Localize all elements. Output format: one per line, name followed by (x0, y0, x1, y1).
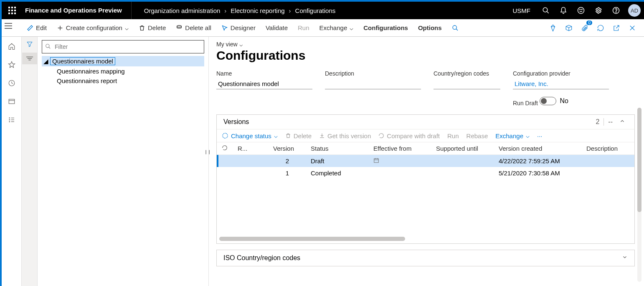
validate-button[interactable]: Validate (261, 19, 293, 37)
action-box-button[interactable] (562, 21, 576, 35)
tree-node-root[interactable]: ◢ Questionnaires model (42, 56, 204, 66)
chevron-down-icon: ⌵ (526, 132, 530, 139)
change-status-label: Change status (231, 132, 271, 139)
svg-point-11 (578, 8, 584, 14)
svg-point-22 (177, 25, 182, 27)
command-search[interactable] (447, 19, 464, 37)
breadcrumb-item-0[interactable]: Organization administration (144, 7, 221, 14)
delete-all-button[interactable]: Delete all (171, 19, 216, 37)
delete-label: Delete (148, 24, 166, 31)
splitter-handle[interactable]: ❙❙ (206, 145, 209, 158)
view-selector[interactable]: My view⌵ (216, 41, 635, 48)
more-button[interactable]: ··· (537, 132, 543, 139)
col-version[interactable]: Version (268, 142, 306, 155)
rail-modules[interactable] (2, 114, 22, 126)
filter-funnel-button[interactable] (22, 39, 37, 49)
change-status-button[interactable]: Change status ⌵ (222, 132, 278, 139)
popout-button[interactable] (610, 21, 623, 35)
rundraft-toggle[interactable] (540, 97, 556, 105)
action-diamond-button[interactable] (546, 21, 560, 35)
designer-button[interactable]: Designer (216, 19, 261, 37)
breadcrumb-item-1[interactable]: Electronic reporting (231, 7, 284, 14)
app-title: Finance and Operations Preview (23, 2, 132, 19)
refresh-icon[interactable] (222, 145, 228, 151)
notifications-button[interactable] (555, 2, 572, 19)
create-configuration-button[interactable]: Create configuration ⌵ (52, 19, 134, 37)
cell-status: Draft (306, 155, 368, 167)
star-icon (8, 61, 15, 68)
settings-button[interactable] (590, 2, 607, 19)
refresh-button[interactable] (594, 21, 607, 35)
cell-effective[interactable] (368, 155, 431, 167)
company-code[interactable]: USMF (506, 7, 538, 14)
trash-icon (139, 25, 145, 31)
country-field[interactable] (434, 78, 500, 89)
get-version-label: Get this version (327, 132, 371, 139)
view-label: My view (216, 41, 238, 48)
cell-effective (368, 167, 431, 179)
user-avatar[interactable]: AD (628, 4, 641, 17)
tree-node-mapping[interactable]: Questionnaires mapping (42, 66, 204, 76)
svg-point-14 (598, 10, 600, 12)
rail-workspaces[interactable] (2, 95, 22, 108)
tree-node-report[interactable]: Questionnaires report (42, 76, 204, 86)
col-supported[interactable]: Supported until (431, 142, 494, 155)
grid-header-row: R... Version Status Effective from Suppo… (217, 142, 634, 155)
main-content: ❙❙ My view⌵ Configurations Name Descript… (209, 37, 644, 286)
rail-home[interactable] (2, 40, 22, 53)
col-effective[interactable]: Effective from (368, 142, 431, 155)
vertical-scrollbar[interactable] (637, 108, 641, 282)
provider-field[interactable] (513, 78, 609, 89)
col-status[interactable]: Status (306, 142, 368, 155)
tree-node-label: Questionnaires report (57, 77, 117, 84)
grid-row[interactable]: 2 Draft 4/22/2022 7:59:25 AM (217, 155, 634, 167)
exchange-button[interactable]: Exchange ⌵ (314, 19, 359, 37)
svg-point-12 (580, 9, 581, 10)
col-created[interactable]: Version created (494, 142, 581, 155)
tree-panel: ◢ Questionnaires model Questionnaires ma… (38, 37, 209, 286)
versions-toolbar: Change status ⌵ Delete Get this version … (217, 129, 634, 142)
delete-button[interactable]: Delete (134, 19, 171, 37)
collapse-versions[interactable] (617, 118, 628, 126)
box-icon (565, 24, 573, 32)
configurations-button[interactable]: Configurations (358, 19, 413, 37)
version-exchange-button[interactable]: Exchange ⌵ (495, 132, 530, 139)
svg-point-41 (223, 133, 228, 138)
filter-input[interactable] (42, 40, 204, 53)
iso-section[interactable]: ISO Country/region codes (216, 250, 635, 266)
search-button[interactable] (537, 2, 555, 19)
options-button[interactable]: Options (413, 19, 447, 37)
grid-row[interactable]: 1 Completed 5/21/2020 7:30:58 AM (217, 167, 634, 179)
edit-button[interactable]: Edit (22, 19, 52, 37)
rail-recent[interactable] (2, 77, 22, 89)
close-button[interactable] (626, 21, 639, 35)
versions-grid: R... Version Status Effective from Suppo… (217, 142, 634, 179)
workspace-icon (8, 98, 15, 105)
compare-button: Compare with draft (378, 132, 440, 139)
rail-favorites[interactable] (2, 58, 22, 71)
chevron-down-icon: ⌵ (125, 24, 129, 32)
horizontal-scrollbar[interactable] (219, 237, 632, 241)
diamond-icon (549, 24, 557, 32)
rebase-label: Rebase (467, 132, 488, 139)
nav-toggle[interactable] (4, 23, 13, 30)
col-r[interactable]: R... (233, 142, 268, 155)
filter-lines-button[interactable] (22, 53, 37, 64)
version-run-label: Run (447, 132, 459, 139)
chevron-down-icon: ⌵ (274, 132, 278, 139)
col-description[interactable]: Description (581, 142, 634, 155)
options-label: Options (418, 24, 442, 31)
svg-rect-7 (11, 13, 13, 14)
attachments-button[interactable]: 0 (578, 21, 591, 35)
name-field[interactable] (216, 78, 312, 89)
description-field[interactable] (325, 78, 421, 89)
delete-all-icon (176, 25, 183, 31)
expand-iso[interactable] (622, 254, 628, 262)
run-label: Run (298, 24, 309, 31)
app-launcher[interactable] (2, 2, 23, 19)
feedback-button[interactable] (572, 2, 590, 19)
popout-icon (613, 24, 620, 32)
help-button[interactable] (607, 2, 625, 19)
breadcrumb-item-2[interactable]: Configurations (295, 7, 336, 14)
tree-collapse-icon[interactable]: ◢ (43, 58, 50, 65)
